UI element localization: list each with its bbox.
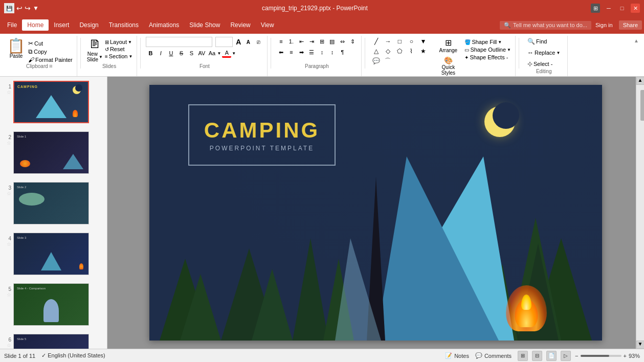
shape-line[interactable]: ╱: [370, 37, 382, 46]
zoom-in-button[interactable]: +: [624, 353, 627, 359]
shadow-button[interactable]: S: [187, 49, 196, 58]
menu-review[interactable]: Review: [225, 19, 255, 31]
shape-rhombus[interactable]: ◇: [382, 47, 393, 56]
text-align-button[interactable]: ⇕: [348, 37, 357, 46]
slide-title-box[interactable]: CAMPING POWERPOINT TEMPLATE: [188, 104, 336, 166]
slide-thumb-2[interactable]: 2 ☆ Slide 1: [0, 127, 107, 178]
presenter-view-button[interactable]: ▷: [561, 351, 571, 361]
align-right-button[interactable]: ➡: [297, 48, 306, 57]
clipboard-expand-icon[interactable]: ⊞: [49, 64, 53, 69]
shapes-gallery[interactable]: ╱ → □ ○ ▼ △ ◇ ⬠ ⌇ ★ 💬 ⌒: [370, 37, 432, 65]
smartart-button[interactable]: ⊞: [317, 37, 326, 46]
shape-star[interactable]: ★: [417, 47, 429, 56]
font-name-input[interactable]: [146, 37, 212, 47]
format-painter-button[interactable]: 🖌 Format Painter: [28, 56, 73, 63]
increase-font-button[interactable]: A: [234, 37, 243, 47]
shape-pentagon[interactable]: ⬠: [394, 47, 405, 56]
slide-thumb-6[interactable]: 6 ☆ Slide 5: [0, 330, 107, 349]
align-left-button[interactable]: ⬅: [276, 48, 285, 57]
search-box[interactable]: 🔍 Tell me what you want to do...: [500, 21, 591, 30]
select-button[interactable]: ⊹ Select -: [524, 59, 563, 69]
menu-file[interactable]: File: [2, 19, 22, 31]
signin-button[interactable]: Sign in: [595, 22, 613, 28]
slide-thumb-5[interactable]: 5 ☆ Slide 4 - Comparison: [0, 279, 107, 330]
columns-button[interactable]: ▤: [327, 37, 337, 46]
bold-button[interactable]: B: [146, 49, 155, 58]
maximize-button[interactable]: □: [617, 4, 627, 13]
decrease-font-button[interactable]: A: [243, 37, 253, 47]
align-center-button[interactable]: ≡: [286, 48, 296, 57]
underline-button[interactable]: U: [166, 49, 175, 58]
right-scrollbar[interactable]: ▲ ▼: [636, 77, 644, 349]
scroll-thumb[interactable]: [640, 90, 645, 121]
comments-button[interactable]: 💬 Comments: [475, 352, 512, 359]
reading-view-button[interactable]: 📄: [546, 351, 557, 361]
scroll-up-button[interactable]: ▲: [636, 77, 645, 85]
normal-view-button[interactable]: ⊞: [518, 351, 528, 361]
menu-insert[interactable]: Insert: [49, 19, 74, 31]
shape-fill-button[interactable]: 🪣 Shape Fill ▼: [464, 39, 511, 45]
para-spacing-button[interactable]: ¶: [338, 48, 347, 57]
layout-button[interactable]: ⊞ Layout ▼: [105, 39, 132, 45]
restore-window-icon[interactable]: ⊞: [591, 4, 600, 13]
minimize-button[interactable]: ─: [604, 4, 613, 13]
shape-curved[interactable]: ⌒: [382, 56, 393, 65]
zoom-slider[interactable]: [581, 355, 621, 357]
char-spacing-button[interactable]: AV: [197, 49, 206, 58]
font-size-input[interactable]: [215, 37, 233, 47]
new-slide-button[interactable]: 🖹 NewSlide ▼: [86, 37, 104, 63]
shape-triangle[interactable]: △: [370, 47, 382, 56]
scroll-down-button[interactable]: ▼: [636, 341, 645, 349]
text-direction-button[interactable]: ⇔: [338, 37, 347, 46]
undo-icon[interactable]: ↩: [16, 4, 23, 12]
numbering-button[interactable]: 1.: [286, 37, 296, 46]
cut-button[interactable]: ✂ Cut: [28, 40, 73, 47]
menu-animations[interactable]: Animations: [144, 19, 184, 31]
shape-arrow[interactable]: →: [382, 37, 393, 46]
notes-button[interactable]: 📝 Notes: [445, 352, 469, 359]
paste-button[interactable]: 📋 Paste: [6, 37, 26, 61]
justify-button[interactable]: ☰: [307, 48, 316, 57]
menu-design[interactable]: Design: [74, 19, 103, 31]
share-button[interactable]: Share: [619, 20, 642, 30]
menu-slideshow[interactable]: Slide Show: [184, 19, 225, 31]
save-icon[interactable]: 💾: [4, 3, 14, 13]
slide-sorter-button[interactable]: ⊟: [532, 351, 542, 361]
shape-rect[interactable]: □: [394, 37, 405, 46]
col-spacing-button[interactable]: ↕: [317, 48, 326, 57]
shape-freeform[interactable]: ⌇: [406, 47, 417, 56]
bullets-button[interactable]: ≡: [276, 37, 285, 46]
line-spacing-button[interactable]: ↕: [327, 48, 337, 57]
decrease-indent-button[interactable]: ⇤: [297, 37, 306, 46]
shape-effects-button[interactable]: ✦ Shape Effects -: [464, 54, 511, 60]
italic-button[interactable]: I: [156, 49, 165, 58]
quick-styles-button[interactable]: 🎨 QuickStyles: [433, 55, 463, 77]
menu-transitions[interactable]: Transitions: [104, 19, 144, 31]
text-size-button[interactable]: Aa: [207, 49, 216, 58]
copy-button[interactable]: ⧉ Copy: [28, 48, 73, 55]
clear-format-button[interactable]: ⎚: [254, 37, 263, 47]
menu-view[interactable]: View: [256, 19, 279, 31]
redo-icon[interactable]: ↪: [25, 4, 31, 12]
menu-home[interactable]: Home: [22, 19, 49, 31]
section-button[interactable]: ≡ Section ▼: [105, 53, 132, 59]
shape-more[interactable]: ▼: [417, 37, 429, 46]
zoom-out-button[interactable]: −: [575, 353, 578, 359]
close-button[interactable]: ✕: [631, 4, 640, 13]
ribbon-collapse-button[interactable]: ▲: [633, 36, 640, 76]
customize-icon[interactable]: ▼: [33, 5, 39, 12]
slide-thumb-1[interactable]: 1 ☆ CAMPING: [0, 77, 107, 127]
slide-thumb-3[interactable]: 3 ☆ Slide 2: [0, 178, 107, 229]
increase-indent-button[interactable]: ⇥: [307, 37, 316, 46]
shape-callout[interactable]: 💬: [370, 56, 382, 65]
replace-button[interactable]: ↔ Replace ▼: [524, 48, 563, 57]
shape-outline-button[interactable]: ▭ Shape Outline ▼: [464, 47, 511, 53]
font-color-button[interactable]: A: [222, 49, 231, 58]
slide-thumb-4[interactable]: 4 ☆ Slide 3: [0, 229, 107, 279]
font-color-dropdown[interactable]: ▼: [232, 51, 236, 56]
arrange-button[interactable]: ⊞ Arrange: [433, 37, 463, 54]
shape-oval[interactable]: ○: [406, 37, 417, 46]
slide-canvas-area[interactable]: CAMPING POWERPOINT TEMPLATE: [107, 77, 644, 349]
reset-button[interactable]: ↺ Reset: [105, 46, 132, 52]
find-button[interactable]: 🔍 Find: [524, 37, 563, 46]
